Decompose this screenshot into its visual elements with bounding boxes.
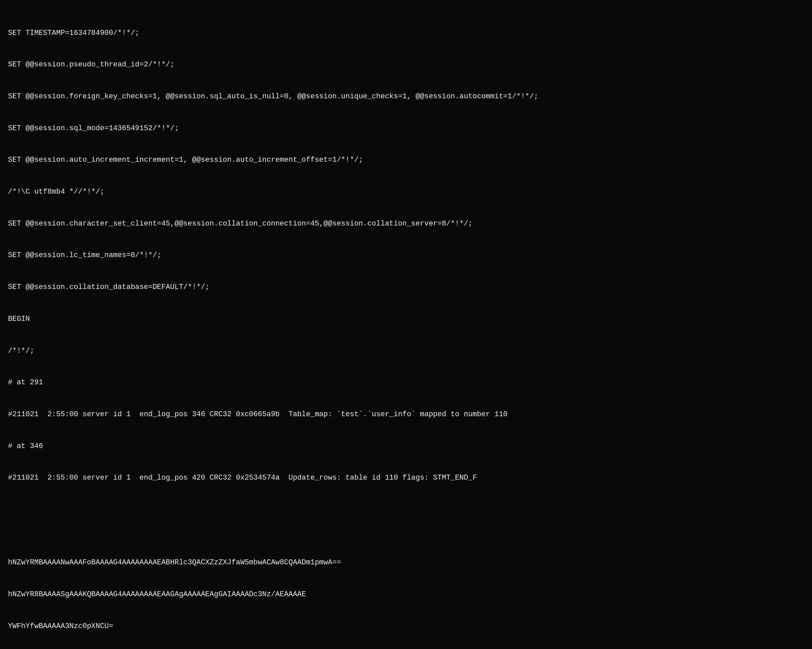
line-20: YWFhYfwBAAAAA3Nzc0pXNCU= xyxy=(8,621,804,632)
line-1: SET TIMESTAMP=1634784900/*!*/; xyxy=(8,28,804,38)
line-10: BEGIN xyxy=(8,314,804,324)
line-11: /*!*/; xyxy=(8,346,804,357)
line-15: #211021 2:55:00 server id 1 end_log_pos … xyxy=(8,473,804,483)
line-14: # at 346 xyxy=(8,441,804,452)
line-18: hNZwYRMBAAAANwAAAFoBAAAAG4AAAAAAAAEABHRl… xyxy=(8,557,804,568)
line-4: SET @@session.sql_mode=1436549152/*!*/; xyxy=(8,123,804,134)
line-19: hNZwYR8BAAAASgAAAKQBAAAAG4AAAAAAAAEAAGAg… xyxy=(8,589,804,600)
line-9: SET @@session.collation_database=DEFAULT… xyxy=(8,282,804,292)
line-17 xyxy=(8,526,804,536)
line-7: SET @@session.character_set_client=45,@@… xyxy=(8,219,804,229)
line-13: #211021 2:55:00 server id 1 end_log_pos … xyxy=(8,409,804,420)
line-8: SET @@session.lc_time_names=0/*!*/; xyxy=(8,250,804,261)
line-5: SET @@session.auto_increment_increment=1… xyxy=(8,155,804,165)
line-12: # at 291 xyxy=(8,377,804,388)
line-6: /*!\C utf8mb4 *//*!*/; xyxy=(8,187,804,197)
terminal-output: SET TIMESTAMP=1634784900/*!*/; SET @@ses… xyxy=(8,7,804,649)
line-3: SET @@session.foreign_key_checks=1, @@se… xyxy=(8,91,804,102)
line-2: SET @@session.pseudo_thread_id=2/*!*/; xyxy=(8,60,804,70)
